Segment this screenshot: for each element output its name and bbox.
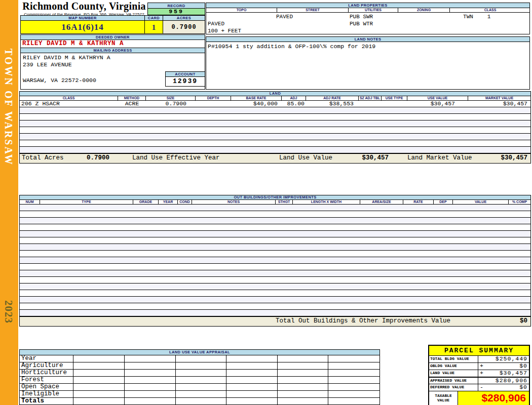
land-use-appraisal-empty-cell: [125, 398, 176, 404]
land-table-header-row: CLASSMETHODSIZEDEPTHBASE RATEADJADJ RATE…: [20, 96, 530, 101]
sidebar-year-label: 2023: [2, 300, 15, 323]
land-use-appraisal-empty-cell: [176, 362, 226, 369]
out-buildings-total-label: Total Out Buildings & Other Improvements…: [276, 317, 450, 326]
acres-value: 0.7900: [163, 20, 205, 34]
land-properties-street-value: PAVED: [276, 14, 293, 20]
parcel-summary-row-value: $0: [519, 362, 527, 369]
land-table-column-header: CLASS: [20, 96, 118, 100]
land-table-column-header: METHOD: [118, 96, 146, 100]
land-use-appraisal-empty-cell: [125, 362, 176, 369]
parcel-summary-row-label: TOTAL BLDG VALUE: [429, 356, 478, 362]
land-use-appraisal-empty-cell: [278, 398, 328, 404]
account-value: 12939: [165, 76, 205, 87]
out-buildings-empty-row: [20, 297, 530, 303]
out-buildings-empty-row: [20, 257, 530, 264]
out-buildings-empty-row: [20, 231, 530, 237]
out-buildings-empty-row: [20, 310, 530, 316]
parcel-summary-row-value: $280,906: [496, 377, 527, 384]
taxable-value: $280,906: [458, 391, 529, 405]
out-buildings-table: OUT BUILDINGS/OTHER IMPROVEMENTS NUMTYPE…: [19, 195, 531, 327]
out-buildings-column-header: YEAR: [159, 200, 178, 204]
land-use-appraisal-empty-cell: [176, 370, 226, 376]
land-table-column-header: ADJ RATE: [306, 96, 359, 100]
land-table-column-header: DEPTH: [196, 96, 231, 100]
land-use-appraisal-rows: YearAgricultureHorticultureForestOpen Sp…: [20, 355, 379, 405]
land-use-appraisal-empty-cell: [278, 370, 328, 376]
parcel-summary-row: LAND VALUE+$30,457: [429, 370, 529, 377]
land-table-cell: [382, 101, 407, 107]
land-use-appraisal-row: Year: [20, 355, 379, 362]
land-table-column-header: SZ ADJ TBL: [359, 96, 382, 100]
out-buildings-empty-rows: [20, 205, 530, 316]
out-buildings-empty-row: [20, 303, 530, 310]
out-buildings-column-header: RATE: [403, 200, 434, 204]
out-buildings-empty-row: [20, 205, 530, 211]
parcel-summary-row-sign: +: [480, 370, 483, 376]
land-use-appraisal-row-label: Open Space: [20, 384, 73, 390]
land-use-appraisal-empty-cell: [226, 391, 278, 397]
land-use-appraisal-empty-cell: [328, 377, 378, 383]
land-use-appraisal-table: LAND USE VALUE APPRAISAL YearAgriculture…: [19, 349, 380, 405]
mailing-address-header: MAILING ADDRESS: [21, 48, 205, 53]
parcel-summary-row-value-cell: $280,906: [478, 378, 529, 384]
land-use-appraisal-empty-cell: [278, 384, 328, 390]
land-properties-zoning-value: TWN: [457, 14, 479, 20]
land-properties-frontage-value: 100 + FEET: [208, 28, 241, 34]
land-use-appraisal-empty-cell: [176, 398, 226, 404]
land-market-value-label: Land Market Value: [407, 154, 488, 163]
land-use-appraisal-title: LAND USE VALUE APPRAISAL: [20, 350, 379, 355]
taxable-value-row: TAXABLE VALUE $280,906: [429, 391, 529, 405]
land-table-cell: $30,457: [407, 101, 468, 107]
parcel-summary-row-value-cell: +$30,457: [478, 370, 529, 377]
land-properties-column-header: CLASS: [450, 8, 529, 12]
land-use-appraisal-empty-cell: [226, 362, 278, 369]
out-buildings-empty-row: [20, 270, 530, 277]
land-table-cell: $30,457: [468, 101, 530, 107]
land-use-appraisal-empty-cell: [328, 370, 378, 376]
land-use-appraisal-empty-cell: [125, 355, 176, 362]
land-use-appraisal-empty-cell: [226, 370, 278, 376]
land-use-appraisal-empty-cell: [226, 377, 278, 383]
land-use-appraisal-empty-cell: [176, 377, 226, 383]
land-table-empty-rows: [20, 107, 530, 153]
land-use-appraisal-row: Totals: [20, 398, 379, 405]
parcel-summary-row-label: APPRAISED VALUE: [429, 378, 478, 384]
land-notes-section: LAND NOTES P#10954 1 sty addition & OFP-…: [206, 36, 530, 90]
taxable-value-label: TAXABLE VALUE: [429, 391, 458, 405]
land-use-appraisal-row: Horticulture: [20, 370, 379, 377]
out-buildings-empty-row: [20, 244, 530, 251]
out-buildings-column-header: NUM: [20, 200, 40, 204]
land-table-empty-row: [20, 107, 530, 114]
total-acres-value: 0.7900: [87, 154, 132, 163]
land-use-appraisal-empty-cell: [73, 355, 125, 362]
land-table-cell: $40,000: [231, 101, 282, 107]
parcel-summary-row-value: $0: [519, 384, 527, 390]
mailing-line: 239 LEE AVENUE: [23, 61, 72, 68]
land-table-cell: ACRE: [118, 101, 146, 107]
land-table-empty-row: [20, 114, 530, 120]
parcel-summary-row-label: OBLDG VALUE: [429, 363, 478, 370]
land-table-empty-row: [20, 120, 530, 127]
parcel-summary-row-value: $250,449: [496, 355, 527, 362]
land-table-empty-row: [20, 134, 530, 140]
land-use-appraisal-empty-cell: [176, 384, 226, 390]
out-buildings-empty-row: [20, 264, 530, 270]
land-use-appraisal-empty-cell: [328, 355, 378, 362]
land-table-cell: [359, 101, 382, 107]
record-value: 959: [147, 8, 205, 15]
land-use-appraisal-row: Agriculture: [20, 362, 379, 370]
mailing-line: WARSAW, VA 22572-0000: [23, 77, 96, 84]
land-table-column-header: MARKET VALUE: [468, 96, 530, 100]
land-table-empty-row: [20, 140, 530, 147]
land-table-empty-row: [20, 147, 530, 153]
land-table-data-row: 206 Z HSACRACRE0.7900$40,00085.00$38,553…: [20, 101, 530, 107]
out-buildings-empty-row: [20, 218, 530, 224]
land-use-appraisal-row-label: Year: [20, 355, 73, 362]
land-use-appraisal-empty-cell: [73, 391, 125, 397]
out-buildings-empty-row: [20, 237, 530, 244]
parcel-summary: PARCEL SUMMARY TOTAL BLDG VALUE$250,449O…: [428, 345, 530, 405]
land-table-cell: [196, 101, 231, 107]
parcel-summary-row-sign: +: [480, 363, 483, 369]
parcel-summary-row: TOTAL BLDG VALUE$250,449: [429, 356, 529, 363]
land-use-appraisal-empty-cell: [226, 398, 278, 404]
